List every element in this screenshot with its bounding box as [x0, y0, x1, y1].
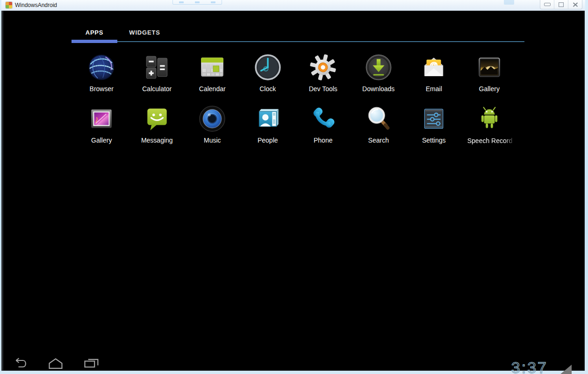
app-gallery-2[interactable]: Gallery — [74, 105, 129, 157]
phone-handset-icon — [309, 105, 337, 132]
browser-globe-icon — [88, 54, 115, 81]
maximize-icon — [559, 2, 564, 7]
app-messaging[interactable]: Messaging — [129, 105, 185, 157]
background-window-ghost-2 — [504, 0, 514, 5]
tab-underline — [72, 41, 524, 42]
music-speaker-icon — [199, 105, 226, 132]
app-label: Downloads — [362, 85, 394, 93]
app-dev-tools[interactable]: Dev Tools — [295, 54, 351, 105]
people-contact-icon — [254, 105, 281, 132]
back-arrow-icon — [11, 357, 29, 369]
app-label: Messaging — [141, 137, 173, 144]
app-email[interactable]: @ Email — [406, 54, 462, 105]
app-settings[interactable]: Settings — [406, 105, 462, 157]
app-label: Email — [426, 85, 442, 93]
windowsandroid-window: WindowsAndroid APPS WIDGETS — [1, 0, 585, 370]
app-downloads[interactable]: Downloads — [351, 54, 407, 105]
download-circle-icon — [365, 54, 392, 81]
app-music[interactable]: Music — [185, 105, 240, 157]
app-label: Calculator — [142, 85, 172, 93]
app-label: Gallery — [91, 137, 112, 144]
recent-apps-icon — [83, 357, 100, 369]
title-bar: WindowsAndroid — [1, 0, 585, 11]
calculator-icon — [143, 54, 171, 81]
status-clock: 3:37 — [511, 359, 548, 374]
app-drawer-tabs: APPS WIDGETS — [72, 25, 172, 40]
android-screen: APPS WIDGETS — [1, 11, 585, 371]
active-tab-indicator — [72, 40, 117, 43]
gallery-sunset-icon — [476, 54, 503, 81]
app-people[interactable]: People — [240, 105, 296, 157]
app-label: People — [258, 137, 278, 144]
app-label: Clock — [259, 85, 276, 93]
app-clock[interactable]: Clock — [240, 54, 296, 105]
app-phone[interactable]: Phone — [295, 105, 351, 157]
close-button[interactable] — [568, 0, 582, 9]
app-label: Browser — [90, 85, 114, 93]
maximize-button[interactable] — [554, 0, 568, 9]
app-label: Phone — [314, 137, 332, 144]
app-label-truncated: Speech Record — [462, 137, 517, 145]
app-browser[interactable]: Browser — [74, 54, 129, 105]
app-gallery[interactable]: Gallery — [462, 54, 517, 105]
app-label: Gallery — [479, 85, 500, 93]
app-label: Settings — [422, 137, 446, 144]
minimize-icon — [544, 3, 551, 6]
nav-back-button[interactable] — [10, 354, 30, 373]
close-icon — [573, 2, 578, 7]
window-title: WindowsAndroid — [15, 2, 57, 8]
gallery-photo-icon — [88, 105, 115, 132]
app-search[interactable]: Search — [351, 105, 407, 157]
window-controls — [540, 0, 582, 9]
windowsandroid-logo-icon — [6, 2, 12, 8]
app-calculator[interactable]: Calculator — [129, 54, 185, 105]
clock-icon — [254, 54, 281, 81]
tab-widgets[interactable]: WIDGETS — [117, 25, 172, 40]
android-robot-icon — [476, 105, 503, 132]
app-label: Music — [204, 137, 221, 144]
nav-home-button[interactable] — [45, 354, 66, 373]
gear-icon — [309, 54, 337, 81]
app-label: Dev Tools — [309, 85, 337, 93]
calendar-icon — [199, 54, 226, 81]
app-grid: Browser Calculator — [74, 54, 517, 157]
app-label: Calendar — [199, 85, 226, 93]
signal-triangle-icon — [560, 365, 572, 374]
app-label: Speech Record — [467, 137, 513, 144]
email-envelope-icon: @ — [420, 54, 447, 81]
app-calendar[interactable]: Calendar — [185, 54, 240, 105]
messaging-smiley-icon — [143, 105, 171, 132]
app-speech-recorder[interactable]: Speech Record — [462, 105, 517, 157]
app-label: Search — [368, 137, 389, 144]
settings-sliders-icon — [420, 105, 447, 132]
minimize-button[interactable] — [540, 0, 554, 9]
home-icon — [47, 357, 64, 369]
background-window-ghost — [172, 0, 222, 5]
tab-apps[interactable]: APPS — [72, 25, 117, 40]
search-magnifier-icon — [365, 105, 392, 132]
nav-recents-button[interactable] — [81, 354, 101, 373]
